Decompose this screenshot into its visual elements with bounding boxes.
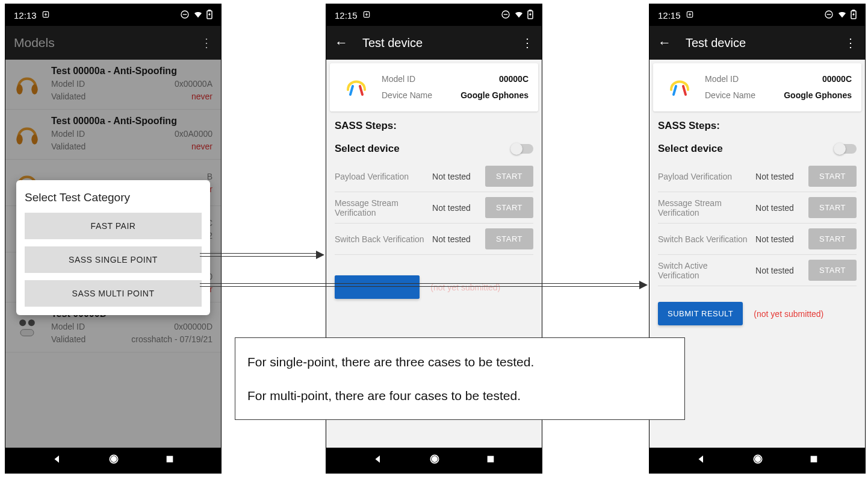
test-row: Payload Verification Not tested START (658, 161, 857, 192)
svg-rect-19 (530, 10, 532, 11)
arrow-single-point (200, 251, 324, 258)
svg-point-28 (755, 457, 760, 462)
svg-rect-3 (209, 10, 211, 11)
start-button[interactable]: START (485, 228, 533, 249)
test-name: Switch Back Verification (658, 234, 751, 244)
page-title: Test device (686, 36, 845, 50)
model-id-value: 00000C (499, 71, 529, 87)
notification-icon (686, 10, 694, 20)
svg-rect-29 (810, 456, 817, 463)
wifi-icon (193, 10, 203, 21)
test-status: Not tested (755, 234, 804, 244)
notification-icon (42, 10, 50, 20)
status-bar: 12:13 (5, 4, 221, 26)
dnd-icon (501, 10, 510, 21)
test-name: Payload Verification (335, 172, 427, 181)
select-device-toggle[interactable] (835, 144, 857, 154)
device-name-value: Google Gphones (460, 87, 529, 104)
svg-point-21 (432, 457, 437, 462)
nav-home-icon[interactable] (429, 453, 441, 468)
start-button[interactable]: START (808, 197, 857, 218)
battery-icon (851, 10, 857, 21)
nav-back-icon[interactable] (373, 454, 383, 467)
start-button[interactable]: START (485, 197, 533, 218)
test-status: Not tested (755, 266, 804, 275)
nav-bar (5, 448, 221, 473)
content-area: Test 00000a - Anti-Spoofing Model ID0x00… (5, 60, 221, 448)
select-device-label: Select device (335, 143, 400, 155)
model-id-label: Model ID (382, 71, 415, 87)
nav-bar (326, 448, 542, 473)
test-row: Message Stream Verification Not tested S… (658, 192, 857, 224)
nav-recent-icon[interactable] (486, 454, 495, 466)
headphones-icon (663, 70, 696, 104)
status-bar: 12:15 (326, 4, 542, 26)
test-name: Switch Active Verification (658, 261, 751, 280)
status-time: 12:13 (14, 10, 37, 20)
device-card: Model ID 00000C Device Name Google Gphon… (653, 63, 861, 111)
battery-icon (527, 10, 533, 21)
nav-back-icon[interactable] (696, 454, 707, 467)
annotation-line-1: For single-point, there are three cases … (247, 352, 672, 372)
sass-single-point-button[interactable]: SASS SINGLE POINT (25, 246, 202, 273)
wifi-icon (837, 10, 847, 21)
annotation-box: For single-point, there are three cases … (235, 337, 685, 420)
app-bar: ← Test device ⋮ (649, 26, 865, 60)
test-row: Message Stream Verification Not tested S… (335, 192, 533, 224)
nav-bar (649, 448, 865, 473)
svg-point-14 (111, 457, 116, 462)
test-row: Switch Back Verification Not tested STAR… (335, 224, 533, 255)
arrow-multi-point (200, 281, 648, 289)
sass-section: SASS Steps: Select device Payload Verifi… (326, 111, 542, 255)
sass-steps-title: SASS Steps: (335, 120, 533, 132)
modal-overlay[interactable]: Select Test Category FAST PAIR SASS SING… (5, 60, 221, 448)
select-category-dialog: Select Test Category FAST PAIR SASS SING… (16, 180, 210, 315)
sass-steps-title: SASS Steps: (658, 120, 857, 132)
nav-home-icon[interactable] (108, 453, 120, 468)
submit-result-button[interactable]: SUBMIT RESULT (658, 302, 743, 325)
nav-recent-icon[interactable] (165, 454, 175, 466)
device-name-label: Device Name (382, 87, 432, 104)
back-icon[interactable]: ← (658, 35, 671, 51)
test-name: Payload Verification (658, 172, 751, 181)
device-name-value: Google Gphones (784, 87, 852, 104)
test-row: Payload Verification Not tested START (335, 161, 533, 192)
dialog-title: Select Test Category (25, 191, 202, 204)
submit-status: (not yet submitted) (754, 309, 823, 319)
select-device-toggle[interactable] (512, 144, 533, 154)
headphones-icon (339, 70, 373, 104)
status-time: 12:15 (335, 10, 358, 20)
notification-icon (362, 10, 371, 20)
start-button[interactable]: START (485, 166, 533, 187)
sass-multi-point-button[interactable]: SASS MULTI POINT (25, 280, 202, 307)
more-icon[interactable]: ⋮ (521, 36, 533, 50)
test-status: Not tested (432, 234, 480, 244)
fast-pair-button[interactable]: FAST PAIR (25, 213, 202, 239)
test-name: Message Stream Verification (335, 198, 427, 218)
more-icon[interactable]: ⋮ (200, 36, 212, 50)
test-list-single: Payload Verification Not tested START Me… (335, 161, 533, 255)
nav-recent-icon[interactable] (809, 454, 819, 466)
back-icon[interactable]: ← (335, 35, 348, 51)
more-icon[interactable]: ⋮ (845, 36, 857, 50)
start-button[interactable]: START (808, 228, 857, 249)
status-time: 12:15 (658, 10, 681, 20)
start-button[interactable]: START (808, 260, 857, 281)
model-id-value: 00000C (822, 71, 852, 87)
start-button[interactable]: START (808, 166, 857, 187)
svg-rect-26 (853, 10, 855, 11)
phone-models: 12:13 Models ⋮ Test 00000a - Anti-Spoofi… (5, 4, 222, 474)
test-row: Switch Back Verification Not tested STAR… (658, 224, 857, 255)
svg-rect-15 (166, 456, 173, 463)
device-card: Model ID 00000C Device Name Google Gphon… (330, 63, 538, 111)
nav-back-icon[interactable] (52, 454, 63, 467)
page-title: Test device (362, 36, 521, 50)
battery-icon (206, 10, 212, 21)
test-row: Switch Active Verification Not tested ST… (658, 255, 857, 286)
device-name-label: Device Name (705, 87, 755, 104)
test-status: Not tested (755, 172, 804, 181)
nav-home-icon[interactable] (752, 453, 764, 468)
test-name: Switch Back Verification (335, 234, 427, 244)
svg-rect-22 (487, 456, 494, 463)
annotation-line-2: For multi-point, there are four cases to… (247, 386, 672, 405)
